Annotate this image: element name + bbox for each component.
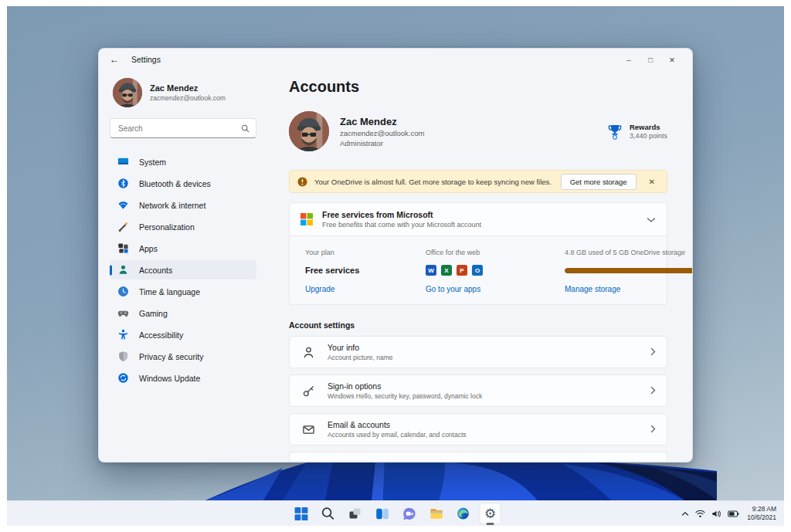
account-email: zacmendez@outlook.com [340,129,424,137]
sidebar-item-bluetooth[interactable]: Bluetooth & devices [110,174,256,193]
tray-clock[interactable]: 9:28 AM 10/6/2021 [747,505,776,523]
page-title: Accounts [289,78,667,96]
sidebar-item-windows-update[interactable]: Windows Update [110,368,256,388]
storage-column: 4.8 GB used of 5 GB OneDrive storage Man… [565,249,692,293]
sidebar-item-label: Accounts [139,266,172,275]
free-services-expander[interactable]: Free services from Microsoft Free benefi… [289,202,667,236]
tray-date: 10/6/2021 [747,513,776,522]
tray-wifi-icon[interactable] [695,510,705,518]
card-subtitle: Account picture, name [328,354,393,361]
your-info-card[interactable]: Your info Account picture, name [289,336,667,368]
go-to-your-apps-link[interactable]: Go to your apps [426,285,558,293]
sidebar-item-system[interactable]: System [110,152,256,171]
rewards-points: 3,440 points [630,132,667,140]
rewards-label: Rewards [630,123,667,131]
taskbar-settings-icon[interactable]: ⚙ [480,503,501,524]
sidebar-profile[interactable]: Zac Mendez zacmendez@outlook.com [110,73,256,118]
rewards-trophy-icon [606,124,623,140]
sidebar-profile-email: zacmendez@outlook.com [150,94,226,102]
office-label: Office for the web [426,249,558,261]
email-accounts-card[interactable]: Email & accounts Accounts used by email,… [289,413,667,446]
sidebar-item-accounts[interactable]: Accounts [110,260,256,280]
task-view-icon[interactable] [345,503,365,524]
sidebar-profile-name: Zac Mendez [150,83,226,93]
search-icon [241,124,250,133]
sign-in-options-card[interactable]: Sign-in options Windows Hello, security … [289,374,667,407]
accessibility-icon [117,329,129,341]
storage-label: 4.8 GB used of 5 GB OneDrive storage [565,249,692,261]
sidebar-item-label: Apps [139,244,158,253]
avatar [113,78,142,107]
onedrive-warning-banner: Your OneDrive is almost full. Get more s… [289,170,667,193]
tray-chevron-up-icon[interactable] [681,511,689,517]
tray-battery-icon[interactable] [728,510,739,517]
sidebar-item-apps[interactable]: Apps [110,239,256,258]
sidebar-item-label: Accessibility [139,330,183,340]
search-box[interactable] [110,118,256,138]
desktop: ← Settings – □ ✕ [7,6,784,526]
sidebar-item-personalization[interactable]: Personalization [110,217,256,236]
plan-value: Free services [305,266,359,275]
back-icon[interactable]: ← [110,54,125,65]
search-input[interactable] [118,124,241,133]
titlebar: ← Settings – □ ✕ [99,49,692,70]
sidebar-item-network[interactable]: Network & internet [110,195,256,215]
office-column: Office for the web W X P O Go to your ap… [426,249,558,293]
sidebar: Zac Mendez zacmendez@outlook.com System [99,70,267,463]
apps-icon [117,242,129,254]
rewards-block[interactable]: Rewards 3,440 points [606,123,667,140]
banner-close-icon[interactable]: ✕ [643,178,660,186]
accounts-icon [117,264,129,276]
account-profile-row: Zac Mendez zacmendez@outlook.com Adminis… [289,111,667,151]
settings-window: ← Settings – □ ✕ [98,48,693,463]
gaming-icon [117,307,129,319]
taskbar-search-icon[interactable] [318,503,338,524]
outlook-icon: O [472,265,483,276]
chat-icon[interactable] [399,503,419,524]
plan-subpanel: Your plan Free services Upgrade Office f… [289,236,667,305]
sidebar-item-label: System [139,158,166,167]
minimize-button[interactable]: – [618,56,640,64]
network-icon [117,199,129,211]
upgrade-link[interactable]: Upgrade [305,285,419,293]
bluetooth-icon [117,178,129,189]
edge-icon[interactable] [453,503,474,524]
time-language-icon [117,286,129,297]
powerpoint-icon: P [457,265,467,276]
get-more-storage-button[interactable]: Get more storage [561,174,637,190]
partial-card [289,452,667,461]
microsoft-logo [300,213,313,225]
manage-storage-link[interactable]: Manage storage [565,285,692,293]
sidebar-item-time-language[interactable]: Time & language [110,282,256,301]
account-role: Administrator [340,139,424,147]
chevron-right-icon [650,422,656,436]
free-services-subtitle: Free benefits that come with your Micros… [322,221,481,229]
person-icon [302,346,315,359]
sidebar-item-label: Privacy & security [139,352,203,361]
window-title: Settings [131,55,161,64]
card-subtitle: Windows Hello, security key, password, d… [328,392,482,400]
sidebar-item-label: Network & internet [139,201,205,210]
tray-volume-icon[interactable] [711,510,721,518]
key-icon [302,385,315,398]
sidebar-item-privacy[interactable]: Privacy & security [110,347,256,366]
envelope-icon [302,423,315,436]
file-explorer-icon[interactable] [426,503,446,524]
close-button[interactable]: ✕ [661,56,683,64]
sidebar-item-label: Personalization [139,222,195,232]
sidebar-item-gaming[interactable]: Gaming [110,303,256,323]
excel-icon: X [441,265,452,276]
storage-progress-fill [565,268,692,273]
chevron-right-icon [650,345,656,359]
system-icon [117,156,129,168]
widgets-icon[interactable] [372,503,392,524]
maximize-button[interactable]: □ [640,56,661,64]
card-subtitle: Accounts used by email, calendar, and co… [328,431,467,439]
sidebar-item-accessibility[interactable]: Accessibility [110,325,256,344]
taskbar: ⚙ 9:28 AM 10/6/2021 [7,500,784,526]
word-icon: W [426,265,436,276]
start-button[interactable] [291,503,311,524]
sidebar-item-label: Gaming [139,309,168,318]
tray-time: 9:28 AM [747,505,776,513]
chevron-down-icon [647,212,656,226]
